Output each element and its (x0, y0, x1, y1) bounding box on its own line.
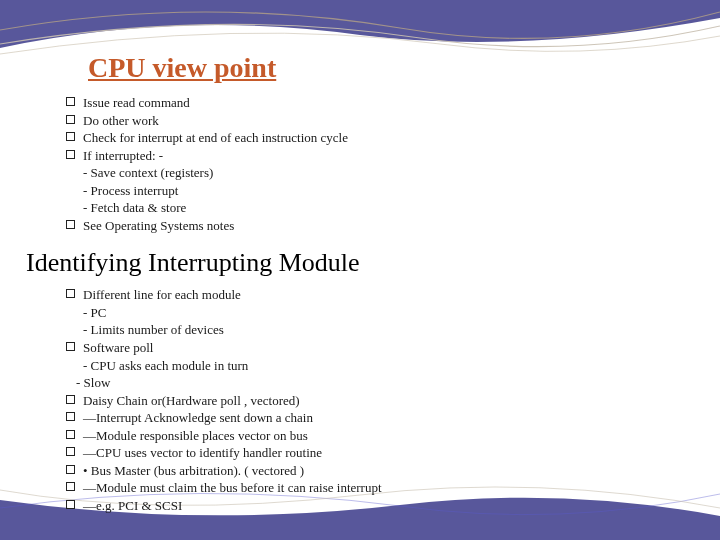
list-item-text: —Module responsible places vector on bus (83, 427, 308, 445)
list-item-text: - PC (83, 304, 106, 322)
list-item: Do other work (66, 112, 680, 130)
list-item-text: If interrupted: - (83, 147, 163, 165)
list-item: —e.g. PCI & SCSI (66, 497, 680, 515)
list-item-text: —Interrupt Acknowledge sent down a chain (83, 409, 313, 427)
list-item: - Save context (registers) (66, 164, 680, 182)
list-item-text: —Module must claim the bus before it can… (83, 479, 382, 497)
list-item: Software poll (66, 339, 680, 357)
list-item: Daisy Chain or(Hardware poll , vectored) (66, 392, 680, 410)
list-item: - PC (66, 304, 680, 322)
checkbox-icon (66, 447, 75, 456)
slide-content: CPU view point Issue read command Do oth… (0, 0, 720, 534)
list-item-text: - Save context (registers) (83, 164, 213, 182)
list-item-text: - Fetch data & store (83, 199, 186, 217)
list-item: - Limits number of devices (66, 321, 680, 339)
list-item: - CPU asks each module in turn (66, 357, 680, 375)
checkbox-icon (66, 97, 75, 106)
heading-identifying-module: Identifying Interrupting Module (26, 248, 680, 278)
checkbox-icon (66, 220, 75, 229)
list-item-text: Issue read command (83, 94, 190, 112)
list-item: See Operating Systems notes (66, 217, 680, 235)
list-item-text: See Operating Systems notes (83, 217, 234, 235)
checkbox-icon (66, 430, 75, 439)
list-item: Issue read command (66, 94, 680, 112)
list-item: Different line for each module (66, 286, 680, 304)
list-item: - Process interrupt (66, 182, 680, 200)
list-item-text: —CPU uses vector to identify handler rou… (83, 444, 322, 462)
checkbox-icon (66, 412, 75, 421)
list-item-text: - Slow (76, 374, 110, 392)
list-item-text: Different line for each module (83, 286, 241, 304)
list-item: —Module must claim the bus before it can… (66, 479, 680, 497)
checkbox-icon (66, 132, 75, 141)
list-item: Check for interrupt at end of each instr… (66, 129, 680, 147)
list-item: - Slow (66, 374, 680, 392)
list-item-text: Software poll (83, 339, 153, 357)
list-item: - Fetch data & store (66, 199, 680, 217)
list-item: —Module responsible places vector on bus (66, 427, 680, 445)
checkbox-icon (66, 342, 75, 351)
list-item-text: - CPU asks each module in turn (83, 357, 248, 375)
list-item: • Bus Master (bus arbitration). ( vector… (66, 462, 680, 480)
section-identifying-list: Different line for each module- PC- Limi… (66, 286, 680, 514)
section-cpu-view-list: Issue read command Do other work Check f… (66, 94, 680, 234)
checkbox-icon (66, 395, 75, 404)
list-item-text: Do other work (83, 112, 159, 130)
checkbox-icon (66, 482, 75, 491)
heading-cpu-view-point: CPU view point (88, 52, 680, 84)
list-item-text: • Bus Master (bus arbitration). ( vector… (83, 462, 304, 480)
list-item-text: - Process interrupt (83, 182, 178, 200)
list-item-text: —e.g. PCI & SCSI (83, 497, 182, 515)
checkbox-icon (66, 289, 75, 298)
list-item-text: Daisy Chain or(Hardware poll , vectored) (83, 392, 300, 410)
checkbox-icon (66, 115, 75, 124)
checkbox-icon (66, 465, 75, 474)
list-item-text: Check for interrupt at end of each instr… (83, 129, 348, 147)
list-item-text: - Limits number of devices (83, 321, 224, 339)
list-item: If interrupted: - (66, 147, 680, 165)
checkbox-icon (66, 150, 75, 159)
list-item: —CPU uses vector to identify handler rou… (66, 444, 680, 462)
list-item: —Interrupt Acknowledge sent down a chain (66, 409, 680, 427)
checkbox-icon (66, 500, 75, 509)
